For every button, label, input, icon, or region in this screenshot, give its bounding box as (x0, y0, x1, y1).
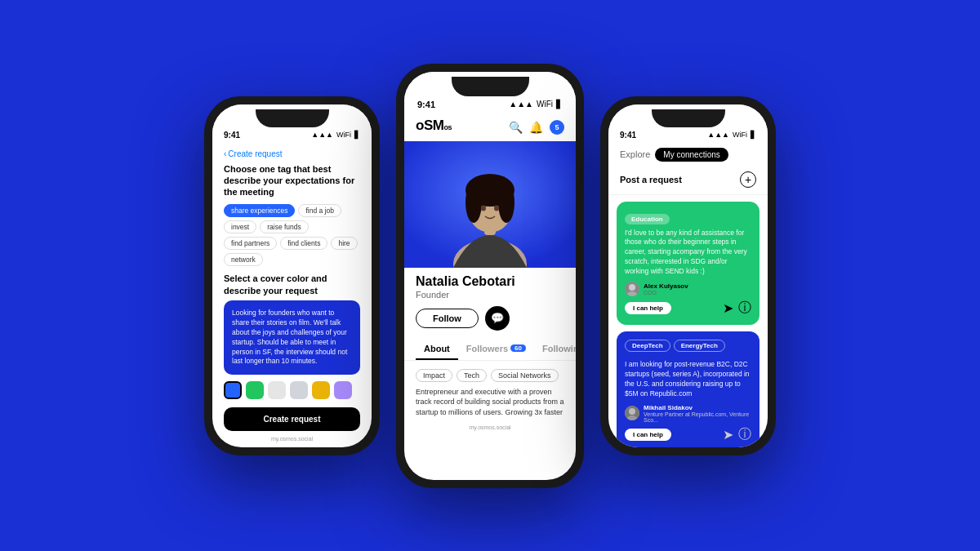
tab-followers-label: Followers (466, 344, 508, 353)
swatch-light-gray[interactable] (268, 381, 286, 399)
bell-icon[interactable]: 🔔 (529, 121, 543, 134)
swatch-gray[interactable] (290, 381, 308, 399)
tag-invest[interactable]: invest (224, 220, 256, 233)
tag-raise-funds[interactable]: raise funds (260, 220, 309, 233)
phone2-status-icons: ▲▲▲ WiFi ▋ (509, 100, 563, 109)
message-icon: 💬 (491, 312, 504, 324)
more-icon[interactable]: ⓘ (738, 300, 751, 317)
phone1-time: 9:41 (224, 131, 240, 140)
svg-point-7 (481, 205, 486, 211)
svg-point-10 (629, 284, 635, 291)
battery-icon: ▋ (751, 131, 756, 139)
followers-badge: 60 (510, 344, 526, 352)
swatch-green[interactable] (246, 381, 264, 399)
phone3: 9:41 ▲▲▲ WiFi ▋ Explore My connections P… (600, 96, 776, 455)
tag-network[interactable]: network (224, 253, 263, 266)
battery-icon: ▋ (556, 100, 563, 109)
profile-role: Founder (404, 290, 576, 306)
card1-tag: Education (625, 214, 670, 224)
swatch-yellow[interactable] (312, 381, 330, 399)
tag-find-clients[interactable]: find clients (280, 237, 327, 250)
card2-action-icons: ➤ ⓘ (723, 426, 751, 443)
svg-point-6 (498, 182, 514, 223)
app-logo: oSMos (416, 118, 452, 138)
author1-name: Alex Kulyasov (644, 282, 688, 290)
author2-name: Mikhail Sidakov (644, 404, 751, 411)
author1-info: Alex Kulyasov COO (644, 282, 688, 295)
message-button[interactable]: 💬 (485, 306, 510, 331)
phone2-footer: my.osmos.social (404, 418, 576, 437)
tag-find-job[interactable]: find a job (298, 204, 341, 217)
tag-share-experiences[interactable]: share experiences (224, 204, 295, 217)
bio-tags: Impact Tech Social Networks (404, 361, 576, 387)
tab-followers[interactable]: Followers 60 (458, 339, 534, 360)
phone1-footer: my.osmos.social (224, 436, 360, 442)
tab-following[interactable]: Following 178 (534, 339, 576, 360)
wifi-icon: WiFi (336, 131, 351, 139)
header-icons: 🔍 🔔 5 (509, 120, 564, 135)
nav-my-connections[interactable]: My connections (655, 148, 728, 162)
tag-hire[interactable]: hire (331, 237, 357, 250)
card2-help-button[interactable]: I can help (625, 429, 671, 441)
phone3-screen: 9:41 ▲▲▲ WiFi ▋ Explore My connections P… (608, 104, 768, 447)
tab-about[interactable]: About (416, 339, 458, 360)
page-title: Choose one tag that best describe your e… (224, 163, 360, 198)
back-button[interactable]: ‹ Create request (224, 149, 360, 158)
bio-tag-impact[interactable]: Impact (416, 369, 452, 382)
phone1-content: ‹ Create request Choose one tag that bes… (212, 143, 372, 447)
more-icon[interactable]: ⓘ (738, 426, 751, 443)
bio-tag-tech[interactable]: Tech (457, 369, 487, 382)
section2-title: Select a cover color and describe your r… (224, 273, 360, 296)
share-icon[interactable]: ➤ (723, 300, 733, 316)
phone2-statusbar: 9:41 ▲▲▲ WiFi ▋ (404, 96, 576, 113)
card1-text: I'd love to be any kind of assistance fo… (625, 229, 751, 277)
signal-icon: ▲▲▲ (311, 131, 333, 139)
card2-actions: I can help ➤ ⓘ (625, 426, 751, 443)
bio-tag-social[interactable]: Social Networks (491, 369, 559, 382)
svg-point-8 (494, 205, 499, 211)
svg-point-5 (466, 182, 482, 223)
profile-photo (404, 141, 576, 268)
author1-role: COO (644, 290, 688, 295)
phone2-time: 9:41 (417, 100, 435, 109)
create-request-button[interactable]: Create request (224, 407, 360, 431)
phone1-status-icons: ▲▲▲ WiFi ▋ (311, 131, 360, 139)
chevron-left-icon: ‹ (224, 149, 226, 158)
profile-tabs: About Followers 60 Following 178 (404, 339, 576, 361)
card-deeptech: DeepTech EnergyTech I am looking for pos… (617, 331, 760, 447)
signal-icon: ▲▲▲ (509, 100, 533, 109)
battery-icon: ▋ (354, 131, 360, 139)
tag-find-partners[interactable]: find partners (224, 237, 277, 250)
card2-tag-energytech: EnergyTech (674, 340, 725, 352)
notification-badge[interactable]: 5 (550, 120, 564, 135)
profile-actions: Follow 💬 (404, 306, 576, 339)
author2-role: Venture Partner at Republic.com, Venture… (644, 411, 751, 423)
phone3-time: 9:41 (620, 131, 636, 140)
app-header: oSMos 🔍 🔔 5 (404, 113, 576, 141)
card2-author: Mikhail Sidakov Venture Partner at Repub… (625, 404, 751, 423)
swatch-blue[interactable] (224, 381, 242, 399)
author2-info: Mikhail Sidakov Venture Partner at Repub… (644, 404, 751, 423)
phone1: 9:41 ▲▲▲ WiFi ▋ ‹ Create request Choose … (204, 96, 380, 455)
tab-following-label: Following (542, 344, 576, 353)
signal-icon: ▲▲▲ (707, 131, 729, 139)
card1-action-icons: ➤ ⓘ (723, 300, 751, 317)
color-swatches (224, 381, 360, 399)
phone1-screen: 9:41 ▲▲▲ WiFi ▋ ‹ Create request Choose … (212, 104, 372, 447)
nav-explore[interactable]: Explore (620, 149, 650, 159)
phone3-notch (652, 109, 725, 127)
card2-tag-deeptech: DeepTech (625, 340, 670, 352)
request-textarea[interactable]: Looking for founders who want to share t… (224, 300, 360, 375)
tab-about-label: About (424, 344, 450, 353)
post-request-row: Post a request + (608, 168, 768, 195)
swatch-purple[interactable] (334, 381, 352, 399)
wifi-icon: WiFi (733, 131, 747, 139)
add-post-button[interactable]: + (740, 171, 756, 188)
share-icon[interactable]: ➤ (723, 427, 733, 442)
follow-button[interactable]: Follow (416, 309, 479, 328)
svg-point-13 (629, 408, 635, 415)
post-request-label: Post a request (620, 175, 682, 184)
card1-help-button[interactable]: I can help (625, 302, 671, 314)
author1-avatar (625, 282, 639, 296)
search-icon[interactable]: 🔍 (509, 121, 523, 134)
